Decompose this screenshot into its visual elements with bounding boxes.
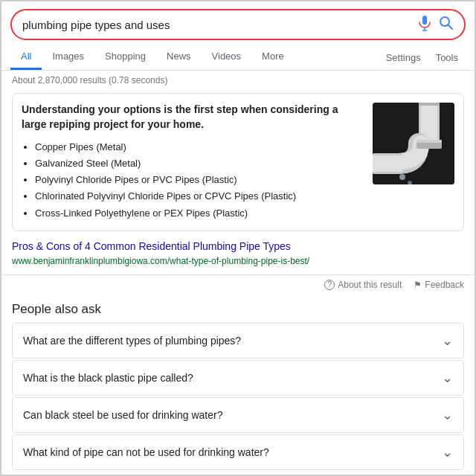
svg-rect-0 xyxy=(422,16,427,25)
snippet-title: Understanding your options is the first … xyxy=(22,103,364,132)
people-also-ask-section: People also ask What are the different t… xyxy=(1,295,475,470)
chevron-down-icon-3: ⌄ xyxy=(442,444,453,460)
settings-link[interactable]: Settings xyxy=(379,46,428,69)
chevron-down-icon-0: ⌄ xyxy=(442,332,453,349)
paa-question-2: Can black steel be used for drinking wat… xyxy=(23,409,222,421)
search-icons xyxy=(418,15,454,35)
svg-rect-12 xyxy=(416,140,442,143)
result-url: www.benjaminfranklinplumbigiowa.com/what… xyxy=(12,256,309,266)
paa-question-3: What kind of pipe can not be used for dr… xyxy=(23,446,269,458)
list-item: Galvanized Steel (Metal) xyxy=(35,155,364,172)
paa-item-1[interactable]: What is the black plastic pipe called? ⌄ xyxy=(12,360,464,396)
search-input[interactable] xyxy=(22,19,418,31)
tab-more[interactable]: More xyxy=(251,45,295,70)
search-bar-container xyxy=(1,1,475,40)
tab-videos[interactable]: Videos xyxy=(202,45,252,70)
result-link-section: Pros & Cons of 4 Common Residential Plum… xyxy=(1,234,475,270)
paa-item-0[interactable]: What are the different types of plumbing… xyxy=(12,323,464,358)
search-button-icon[interactable] xyxy=(439,16,454,34)
snippet-list: Copper Pipes (Metal) Galvanized Steel (M… xyxy=(22,139,364,221)
question-icon: ? xyxy=(324,280,335,290)
tab-news[interactable]: News xyxy=(156,45,202,70)
feedback-button[interactable]: ⚑ Feedback xyxy=(414,280,464,290)
chevron-down-icon-1: ⌄ xyxy=(442,370,453,386)
paa-item-3[interactable]: What kind of pipe can not be used for dr… xyxy=(12,434,464,470)
nav-tabs: All Images Shopping News Videos More Set… xyxy=(1,40,475,71)
tab-all[interactable]: All xyxy=(10,45,42,70)
results-count: About 2,870,000 results (0.78 seconds) xyxy=(1,71,475,90)
paa-item-2[interactable]: Can black steel be used for drinking wat… xyxy=(12,397,464,433)
snippet-text: Understanding your options is the first … xyxy=(22,103,364,222)
tab-images[interactable]: Images xyxy=(42,45,94,70)
list-item: Cross-Linked Polyethylene or PEX Pipes (… xyxy=(35,205,364,222)
tab-shopping[interactable]: Shopping xyxy=(94,45,156,70)
featured-snippet: Understanding your options is the first … xyxy=(12,93,464,231)
result-link[interactable]: Pros & Cons of 4 Common Residential Plum… xyxy=(12,240,464,252)
paa-title: People also ask xyxy=(12,302,464,317)
tools-link[interactable]: Tools xyxy=(428,46,466,69)
list-item: Chlorinated Polyvinyl Chloride Pipes or … xyxy=(35,188,364,205)
about-label: About this result xyxy=(338,280,402,290)
svg-line-4 xyxy=(448,25,453,29)
about-result[interactable]: ? About this result xyxy=(324,280,402,290)
paa-question-1: What is the black plastic pipe called? xyxy=(23,372,193,384)
svg-rect-10 xyxy=(373,155,402,172)
feedback-label: Feedback xyxy=(425,280,464,290)
feedback-icon: ⚑ xyxy=(414,280,422,290)
paa-question-0: What are the different types of plumbing… xyxy=(23,335,241,347)
svg-rect-8 xyxy=(419,103,440,106)
pipe-image xyxy=(373,103,454,184)
search-bar xyxy=(10,9,466,40)
svg-point-13 xyxy=(399,174,405,180)
chevron-down-icon-2: ⌄ xyxy=(442,407,453,423)
about-feedback-row: ? About this result ⚑ Feedback xyxy=(1,274,475,295)
list-item: Copper Pipes (Metal) xyxy=(35,139,364,155)
list-item: Polyvinyl Chloride Pipes or PVC Pipes (P… xyxy=(35,172,364,188)
mic-icon[interactable] xyxy=(418,15,431,35)
